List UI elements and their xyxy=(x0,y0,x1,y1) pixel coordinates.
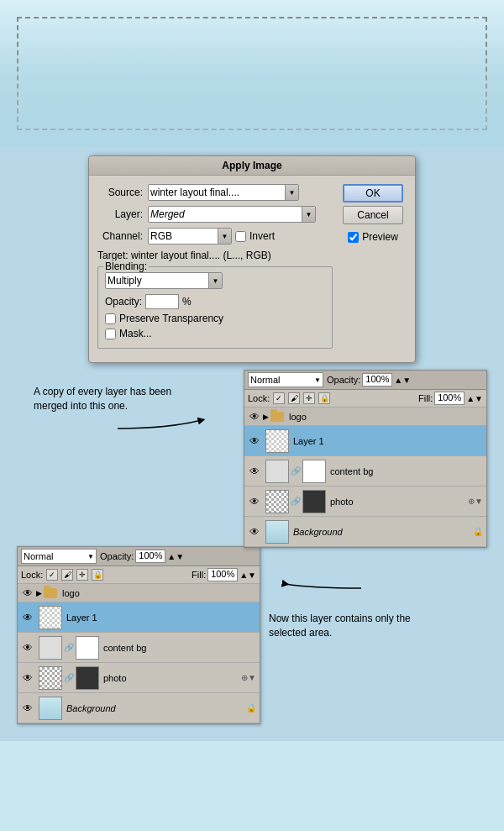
layer-name-photo-bottom: photo xyxy=(102,673,241,683)
eye-icon-contentbg-bottom[interactable]: 👁 xyxy=(21,641,34,655)
middle-section: A copy of every layer has been merged in… xyxy=(8,370,496,538)
lock-icon-checkered-bottom[interactable]: ✓ xyxy=(46,569,58,581)
lock-icon-lock[interactable]: 🔒 xyxy=(318,392,330,404)
layer-row-logo-bottom[interactable]: 👁 ▶ logo xyxy=(18,584,260,602)
fill-stepper-bottom[interactable]: ▲▼ xyxy=(239,571,256,580)
channel-row: Channel: RGB ▼ Invert xyxy=(97,228,333,245)
source-select[interactable]: winter layout final.... ▼ xyxy=(148,184,299,201)
eye-icon-background-top[interactable]: 👁 xyxy=(248,525,261,539)
eye-icon-background-bottom[interactable]: 👁 xyxy=(21,702,34,715)
eye-icon-photo-bottom[interactable]: 👁 xyxy=(21,671,34,685)
thumb-black-photo-bottom xyxy=(76,667,98,689)
layer-row-photo-bottom[interactable]: 👁 🔗 photo ⊕▼ xyxy=(18,663,260,693)
layer-arrow-icon[interactable]: ▼ xyxy=(302,207,315,222)
layer-name-logo-top: logo xyxy=(287,412,483,422)
blending-group: Blending: Multiply ▼ Opacity: 100 % xyxy=(97,266,333,349)
opacity-row: Opacity: 100 % xyxy=(105,294,325,309)
channel-arrow-icon[interactable]: ▼ xyxy=(218,229,231,244)
opacity-unit: % xyxy=(182,296,192,308)
fill-value-bottom[interactable]: 100% xyxy=(207,568,238,581)
thumb-white-contentbg-bottom xyxy=(76,637,98,659)
layer-name-background-bottom: Background xyxy=(65,703,246,713)
layer-row: Layer: Merged ▼ xyxy=(97,206,333,223)
blending-value: Multiply xyxy=(106,274,205,287)
ok-button[interactable]: OK xyxy=(343,184,403,202)
invert-checkbox[interactable] xyxy=(235,231,246,242)
blending-arrow-icon[interactable]: ▼ xyxy=(208,273,222,288)
source-value: winter layout final.... xyxy=(149,186,281,199)
blending-select[interactable]: Multiply ▼ xyxy=(105,272,223,289)
layer-row-logo-top[interactable]: 👁 ▶ logo xyxy=(244,408,486,426)
dialog-buttons: OK Cancel Preview xyxy=(339,184,407,354)
lock-icon-move-bottom[interactable]: ✛ xyxy=(76,569,88,581)
invert-row: Invert xyxy=(235,230,275,242)
eye-icon-contentbg-top[interactable]: 👁 xyxy=(248,465,261,478)
layers-panel-top: Normal ▼ Opacity: 100% ▲▼ Lock: ✓ 🖌 ✛ 🔒 xyxy=(244,370,487,548)
eye-icon-layer1-bottom[interactable]: 👁 xyxy=(21,611,34,624)
opacity-stepper-top[interactable]: ▲▼ xyxy=(394,376,411,385)
opacity-value-top[interactable]: 100% xyxy=(362,373,392,387)
lock-icon-paint[interactable]: 🖌 xyxy=(288,392,300,404)
layer-select[interactable]: Merged ▼ xyxy=(148,206,316,223)
layer-name-background-top: Background xyxy=(291,527,473,537)
source-row: Source: winter layout final.... ▼ xyxy=(97,184,333,201)
invert-label: Invert xyxy=(249,230,275,242)
thumb-lightblue-background xyxy=(266,521,288,543)
layers-panel-bottom: Normal ▼ Opacity: 100% ▲▼ Lock: ✓ 🖌 ✛ 🔒 xyxy=(17,546,260,724)
preview-checkbox[interactable] xyxy=(348,232,359,243)
lock-icon-paint-bottom[interactable]: 🖌 xyxy=(61,569,73,581)
cancel-button[interactable]: Cancel xyxy=(343,206,403,224)
blending-group-label: Blending: xyxy=(103,260,149,272)
layer-thumb-photo-checker-bottom xyxy=(39,666,62,690)
preserve-transparency-checkbox[interactable] xyxy=(105,313,116,324)
layer-row-contentbg-top[interactable]: 👁 🔗 content bg xyxy=(244,456,486,487)
blend-mode-select-top[interactable]: Normal ▼ xyxy=(248,372,323,387)
blend-mode-select-bottom[interactable]: Normal ▼ xyxy=(21,549,97,564)
preview-label: Preview xyxy=(362,231,398,243)
layer-row-layer1-bottom[interactable]: 👁 Layer 1 xyxy=(18,602,260,633)
mask-row: Mask... xyxy=(105,328,325,339)
layer-row-background-bottom[interactable]: 👁 Background 🔒 xyxy=(18,693,260,723)
eye-icon-photo-top[interactable]: 👁 xyxy=(248,495,261,508)
opacity-stepper-bottom[interactable]: ▲▼ xyxy=(167,552,184,561)
lock-icon-move[interactable]: ✛ xyxy=(303,392,315,404)
main-content: Apply Image Source: winter layout final.… xyxy=(0,147,504,741)
layer-thumb-contentbg-white xyxy=(265,460,289,483)
source-arrow-icon[interactable]: ▼ xyxy=(285,185,298,200)
link-icon-photo-bottom: 🔗 xyxy=(65,666,73,690)
mask-checkbox[interactable] xyxy=(105,329,116,339)
layer-thumb-background-bottom xyxy=(39,697,62,720)
fill-stepper-top[interactable]: ▲▼ xyxy=(466,394,483,403)
opacity-label: Opacity: xyxy=(105,296,142,308)
layer-thumb-photo-black xyxy=(302,490,326,513)
opacity-input[interactable]: 100 xyxy=(145,294,179,309)
thumb-black-photo xyxy=(303,491,325,513)
layers-toolbar-bottom: Normal ▼ Opacity: 100% ▲▼ xyxy=(18,547,260,566)
layer-row-background-top[interactable]: 👁 Background 🔒 xyxy=(244,517,486,547)
floating-layers-panel: Normal ▼ Opacity: 100% ▲▼ Lock: ✓ 🖌 ✛ 🔒 xyxy=(244,370,496,548)
fill-control-bottom: Fill: 100% ▲▼ xyxy=(192,568,256,581)
layer-row-layer1-top[interactable]: 👁 Layer 1 xyxy=(244,426,486,456)
opacity-label-top: Opacity: xyxy=(327,375,360,385)
lock-icon-lock-bottom[interactable]: 🔒 xyxy=(92,569,103,581)
fill-value-top[interactable]: 100% xyxy=(434,392,465,405)
lock-icon-checkered[interactable]: ✓ xyxy=(273,392,285,404)
annotation-text-bottom: Now this layer contains only the selecte… xyxy=(269,612,437,640)
opacity-value-bottom[interactable]: 100% xyxy=(135,550,165,563)
layer-row-contentbg-bottom[interactable]: 👁 🔗 content bg xyxy=(18,633,260,663)
eye-icon-logo-top[interactable]: 👁 xyxy=(248,410,261,423)
layer-thumb-layer1-bottom xyxy=(39,606,62,629)
eye-icon-layer1-top[interactable]: 👁 xyxy=(248,434,261,448)
layer-thumb-contentbg-black xyxy=(302,460,326,483)
blend-mode-arrow-top: ▼ xyxy=(314,376,321,384)
channel-select[interactable]: RGB ▼ xyxy=(148,228,232,245)
layer-row-photo-top[interactable]: 👁 🔗 photo ⊕▼ xyxy=(244,487,486,517)
opacity-label-bottom: Opacity: xyxy=(100,551,134,561)
blend-mode-arrow-bottom: ▼ xyxy=(87,553,94,560)
group-arrow-logo-top: ▶ xyxy=(263,413,269,421)
opacity-control-top: Opacity: 100% ▲▼ xyxy=(327,373,411,387)
layer-name-layer1-bottom: Layer 1 xyxy=(65,613,256,623)
eye-icon-logo-bottom[interactable]: 👁 xyxy=(21,586,34,600)
folder-icon-logo-bottom xyxy=(44,588,57,598)
preserve-transparency-row: Preserve Transparency xyxy=(105,313,325,324)
